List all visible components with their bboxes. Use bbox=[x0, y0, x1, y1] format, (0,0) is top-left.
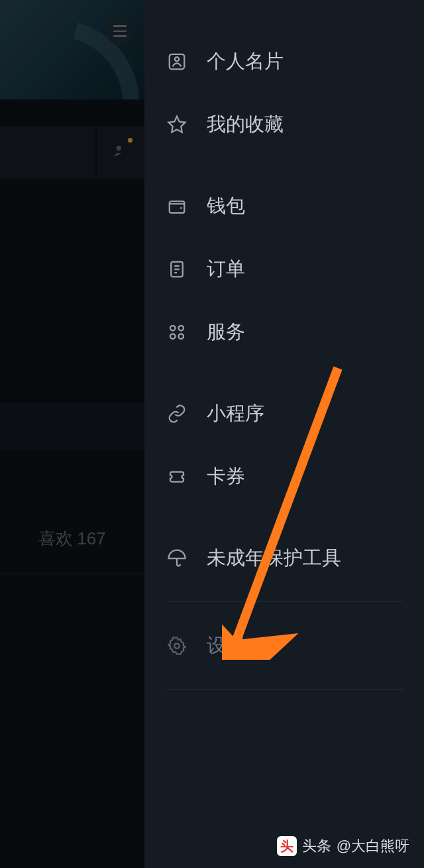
menu-item-mini-programs[interactable]: 小程序 bbox=[144, 382, 424, 445]
menu-label: 未成年保护工具 bbox=[207, 545, 341, 572]
menu-item-settings[interactable]: 设置 bbox=[144, 614, 424, 677]
menu-list: 个人名片 我的收藏 钱包 订单 服务 bbox=[144, 0, 424, 690]
svg-point-4 bbox=[170, 326, 176, 331]
wallet-icon bbox=[166, 195, 188, 217]
menu-item-wallet[interactable]: 钱包 bbox=[144, 174, 424, 237]
menu-label: 个人名片 bbox=[207, 48, 284, 75]
menu-item-services[interactable]: 服务 bbox=[144, 300, 424, 363]
gear-icon bbox=[166, 635, 188, 657]
menu-label: 我的收藏 bbox=[207, 111, 284, 138]
menu-label: 卡券 bbox=[207, 464, 245, 490]
document-icon bbox=[166, 258, 188, 280]
dim-overlay[interactable] bbox=[0, 0, 144, 868]
umbrella-icon bbox=[166, 547, 188, 570]
menu-divider bbox=[166, 601, 403, 602]
link-icon bbox=[166, 403, 188, 425]
menu-item-orders[interactable]: 订单 bbox=[144, 237, 424, 300]
svg-point-7 bbox=[179, 334, 184, 339]
svg-point-1 bbox=[175, 57, 179, 61]
grid-icon bbox=[166, 321, 188, 343]
menu-label: 小程序 bbox=[207, 401, 264, 427]
svg-point-8 bbox=[174, 643, 180, 649]
menu-label: 钱包 bbox=[207, 193, 245, 219]
attribution-author: @大白熊呀 bbox=[337, 836, 409, 856]
toutiao-logo-icon: 头 bbox=[277, 836, 297, 856]
svg-point-6 bbox=[170, 334, 176, 339]
attribution: 头 头条 @大白熊呀 bbox=[277, 836, 409, 856]
menu-label: 服务 bbox=[207, 319, 245, 345]
ticket-icon bbox=[166, 465, 188, 488]
menu-label: 设置 bbox=[207, 633, 245, 659]
menu-item-profile[interactable]: 个人名片 bbox=[144, 30, 424, 93]
star-icon bbox=[166, 113, 188, 136]
menu-item-favorites[interactable]: 我的收藏 bbox=[144, 93, 424, 156]
svg-point-5 bbox=[179, 326, 184, 331]
side-drawer: 个人名片 我的收藏 钱包 订单 服务 bbox=[144, 0, 424, 868]
menu-divider bbox=[166, 689, 403, 690]
attribution-source: 头条 bbox=[302, 836, 331, 856]
menu-item-coupons[interactable]: 卡券 bbox=[144, 445, 424, 508]
menu-label: 订单 bbox=[207, 256, 245, 282]
profile-card-icon bbox=[166, 50, 188, 73]
menu-item-minor-protection[interactable]: 未成年保护工具 bbox=[144, 527, 424, 589]
